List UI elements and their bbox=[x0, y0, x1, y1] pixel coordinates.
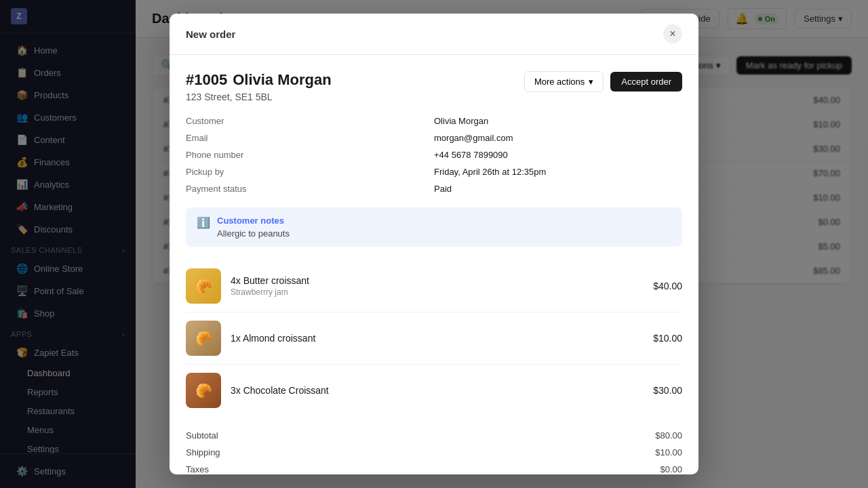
phone-label: Phone number bbox=[186, 150, 434, 160]
order-item: 🥐 1x Almond croissant $10.00 bbox=[186, 312, 682, 365]
modal-overlay: New order × #1005 Olivia Morgan 123 Stre… bbox=[0, 0, 868, 488]
order-modal: New order × #1005 Olivia Morgan 123 Stre… bbox=[170, 14, 698, 474]
email-value: morgan@gmail.com bbox=[434, 133, 682, 143]
payment-value: Paid bbox=[434, 184, 682, 194]
item-name-text: Chocolate Croissant bbox=[243, 385, 329, 396]
item-image-almond: 🥐 bbox=[186, 321, 221, 356]
notes-title: Customer notes bbox=[217, 216, 290, 226]
item-name: 4x Butter croissant bbox=[231, 275, 644, 286]
item-name: 3x Chocolate Croissant bbox=[231, 385, 644, 396]
item-info-butter: 4x Butter croissant Strawberrry jam bbox=[231, 275, 644, 297]
phone-value: +44 5678 7899090 bbox=[434, 150, 682, 160]
item-price: $30.00 bbox=[653, 385, 682, 396]
customer-label: Customer bbox=[186, 116, 434, 126]
shipping-row: Shipping $10.00 bbox=[186, 444, 682, 461]
modal-header-actions: More actions ▾ Accept order bbox=[524, 71, 682, 92]
taxes-label: Taxes bbox=[186, 464, 209, 474]
customer-notes-box: ℹ️ Customer notes Allergic to peanuts bbox=[186, 207, 682, 247]
more-actions-button[interactable]: More actions ▾ bbox=[524, 71, 604, 92]
more-actions-label: More actions bbox=[534, 77, 585, 87]
close-icon: × bbox=[669, 28, 675, 40]
item-qty: 3x bbox=[231, 385, 241, 396]
order-id: #1005 bbox=[186, 71, 227, 89]
item-name-text: Almond croissant bbox=[243, 333, 315, 344]
notes-text: Allergic to peanuts bbox=[217, 228, 290, 239]
shipping-label: Shipping bbox=[186, 447, 220, 458]
customer-value: Olivia Morgan bbox=[434, 116, 682, 126]
item-info-almond: 1x Almond croissant bbox=[231, 333, 644, 344]
item-subtitle: Strawberrry jam bbox=[231, 287, 644, 297]
taxes-row: Taxes $0.00 bbox=[186, 461, 682, 474]
info-icon: ℹ️ bbox=[197, 216, 210, 229]
pickup-value: Friday, April 26th at 12:35pm bbox=[434, 167, 682, 177]
item-qty: 1x bbox=[231, 333, 241, 344]
item-qty: 4x bbox=[231, 275, 241, 286]
accept-order-button[interactable]: Accept order bbox=[610, 72, 682, 92]
modal-body: #1005 Olivia Morgan 123 Street, SE1 5BL … bbox=[170, 55, 698, 474]
subtotal-row: Subtotal $80.00 bbox=[186, 427, 682, 444]
order-item: 🥐 3x Chocolate Croissant $30.00 bbox=[186, 365, 682, 416]
item-name: 1x Almond croissant bbox=[231, 333, 644, 344]
item-price: $40.00 bbox=[653, 281, 682, 291]
accept-order-label: Accept order bbox=[621, 77, 671, 87]
order-item: 🥐 4x Butter croissant Strawberrry jam $4… bbox=[186, 260, 682, 312]
chevron-down-icon-3: ▾ bbox=[589, 77, 593, 87]
payment-label: Payment status bbox=[186, 184, 434, 194]
notes-content: Customer notes Allergic to peanuts bbox=[217, 216, 290, 239]
order-details-grid: Customer Olivia Morgan Email morgan@gmai… bbox=[186, 116, 682, 194]
order-address: 123 Street, SE1 5BL bbox=[186, 92, 332, 102]
taxes-value: $0.00 bbox=[660, 464, 682, 474]
order-id-block: #1005 Olivia Morgan 123 Street, SE1 5BL bbox=[186, 71, 332, 102]
subtotal-value: $80.00 bbox=[655, 430, 682, 441]
modal-header: New order × bbox=[170, 14, 698, 55]
order-totals: Subtotal $80.00 Shipping $10.00 Taxes $0… bbox=[186, 427, 682, 474]
item-image-choc: 🥐 bbox=[186, 373, 221, 408]
modal-close-button[interactable]: × bbox=[663, 24, 682, 43]
item-name-text: Butter croissant bbox=[243, 275, 309, 286]
item-image-butter: 🥐 bbox=[186, 268, 221, 304]
order-info-header: #1005 Olivia Morgan 123 Street, SE1 5BL … bbox=[186, 71, 682, 102]
order-items-list: 🥐 4x Butter croissant Strawberrry jam $4… bbox=[186, 260, 682, 416]
pickup-label: Pickup by bbox=[186, 167, 434, 177]
item-price: $10.00 bbox=[653, 333, 682, 344]
subtotal-label: Subtotal bbox=[186, 430, 218, 441]
order-customer-name: Olivia Morgan bbox=[233, 71, 331, 89]
modal-title: New order bbox=[186, 28, 235, 40]
item-info-choc: 3x Chocolate Croissant bbox=[231, 385, 644, 396]
email-label: Email bbox=[186, 133, 434, 143]
shipping-value: $10.00 bbox=[655, 447, 682, 458]
